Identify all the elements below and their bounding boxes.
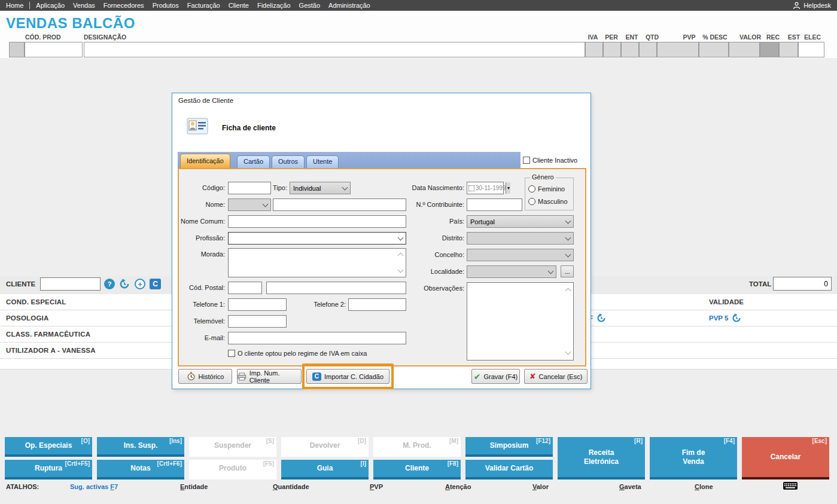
localidade-select[interactable] — [467, 265, 556, 278]
telemovel-input[interactable] — [228, 315, 287, 328]
clone-shortcut[interactable]: Clone — [695, 483, 713, 490]
ruptura-button[interactable]: [Crtl+F5] Ruptura — [5, 460, 92, 479]
concelho-label: Concelho: — [381, 251, 464, 258]
pvp-shortcut[interactable]: PVP — [370, 483, 383, 490]
cliente-button[interactable]: [F8] Cliente — [373, 460, 461, 479]
vendas-balcao-screen: Home Aplicação Vendas Fornecedores Produ… — [0, 0, 837, 504]
simposium-button[interactable]: [F12] Simposium — [465, 437, 553, 457]
tipo-label: Tipo: — [273, 184, 287, 191]
menu-fidelizacao[interactable]: Fidelização — [257, 2, 291, 9]
col-header-iva: IVA — [588, 33, 598, 41]
client-citizen-card-icon[interactable]: C — [150, 279, 161, 289]
client-history-icon[interactable] — [119, 279, 130, 292]
helpdesk-button[interactable]: Helpdesk — [793, 2, 831, 10]
historico-button[interactable]: Histórico — [178, 369, 232, 384]
pvp-ref-history-icon[interactable] — [596, 313, 606, 325]
iva-caixa-checkbox[interactable] — [228, 350, 235, 357]
scroll-down-icon[interactable] — [565, 349, 571, 355]
tab-utente[interactable]: Utente — [306, 155, 339, 168]
feminino-radio[interactable] — [528, 185, 535, 193]
scroll-up-icon[interactable] — [565, 288, 571, 294]
cliente-label: CLIENTE — [6, 280, 35, 288]
cliente-input[interactable] — [40, 277, 101, 291]
morada-textarea[interactable] — [228, 248, 406, 277]
est-cell — [779, 42, 798, 57]
col-header-rec: REC — [766, 33, 780, 41]
date-enable-checkbox[interactable] — [468, 185, 474, 191]
quantidade-shortcut[interactable]: Quantidade — [273, 483, 309, 490]
menu-home[interactable]: Home — [6, 2, 23, 9]
menu-administracao[interactable]: Administração — [328, 2, 370, 9]
client-add-icon[interactable]: + — [135, 279, 145, 289]
guia-button[interactable]: [I] Guia — [281, 460, 369, 479]
col-header-pvp: PVP — [683, 33, 695, 41]
shortcut-key: [M] — [449, 438, 458, 445]
op-especiais-button[interactable]: [O] Op. Especiais — [5, 437, 92, 457]
menu-vendas[interactable]: Vendas — [73, 2, 95, 9]
data-nascimento-field[interactable]: 30-11-1999 ▼ — [467, 182, 504, 194]
cod-prod-input[interactable] — [25, 42, 83, 57]
telefone1-input[interactable] — [228, 298, 287, 311]
email-input[interactable] — [228, 332, 406, 344]
menu-produtos[interactable]: Produtos — [153, 2, 179, 9]
contribuinte-input[interactable] — [467, 198, 522, 211]
date-dropdown-button[interactable]: ▼ — [506, 182, 510, 194]
nome-comum-input[interactable] — [228, 215, 406, 228]
entidade-shortcut[interactable]: Entidade — [180, 483, 208, 490]
cancelar-button[interactable]: [Esc] Cancelar — [742, 437, 829, 479]
button-label: Ins. Susp. — [124, 441, 158, 450]
notas-button[interactable]: [Crtl+F6] Notas — [97, 460, 184, 479]
atencao-shortcut[interactable]: Atenção — [445, 483, 471, 490]
codigo-input[interactable] — [228, 182, 271, 194]
pvp-cell — [657, 42, 699, 57]
profissao-select[interactable] — [228, 232, 406, 245]
pvp5-history-icon[interactable] — [732, 313, 741, 325]
menu-facturacao[interactable]: Facturação — [187, 2, 220, 9]
sug-activas-link[interactable]: Sug. activas F7 — [70, 483, 118, 490]
receita-eletronica-button[interactable]: [R] Receita Eletrónica — [558, 437, 645, 479]
menu-gestao[interactable]: Gestão — [299, 2, 320, 9]
observacoes-textarea[interactable] — [467, 282, 574, 361]
client-help-icon[interactable]: ? — [104, 279, 115, 289]
tipo-select[interactable]: Individual — [290, 182, 351, 194]
menu-aplicacao[interactable]: Aplicação — [36, 2, 65, 9]
nome-prefix-select[interactable] — [228, 198, 271, 211]
gravar-button[interactable]: ✔ Gravar (F4) — [471, 369, 520, 384]
keyboard-icon[interactable] — [783, 481, 798, 493]
observacoes-label: Observações: — [381, 285, 464, 292]
fim-de-venda-button[interactable]: [F4] Fim de Venda — [650, 437, 737, 479]
tab-identificacao[interactable]: Identificação — [180, 154, 230, 168]
imp-num-cliente-button[interactable]: Imp. Num. Cliente — [237, 369, 302, 384]
shortcut-key: [F8] — [448, 460, 458, 468]
distrito-label: Distrito: — [381, 234, 464, 242]
concelho-select[interactable] — [467, 249, 574, 261]
masculino-radio[interactable] — [528, 198, 535, 205]
masculino-label: Masculino — [538, 198, 568, 205]
gravar-label: Gravar (F4) — [483, 373, 518, 380]
ins-susp-button[interactable]: [Ins] Ins. Susp. — [97, 437, 184, 457]
button-label: Devolver — [310, 441, 340, 450]
importar-cc-button[interactable]: C Importar C. Cidadão — [306, 369, 389, 384]
profissao-label: Profissão: — [172, 234, 225, 242]
designacao-input[interactable] — [84, 42, 585, 57]
cod-postal-input1[interactable] — [228, 282, 262, 294]
dialog-cancelar-label: Cancelar (Esc) — [539, 373, 583, 380]
telefone2-input[interactable] — [348, 298, 406, 311]
tab-outros[interactable]: Outros — [272, 155, 305, 168]
validar-cartao-button[interactable]: Validar Cartão — [465, 460, 553, 479]
localidade-more-button[interactable]: ... — [561, 265, 574, 277]
menu-cliente[interactable]: Cliente — [229, 2, 249, 9]
shortcut-key: [F4] — [724, 438, 735, 445]
menu-fornecedores[interactable]: Fornecedores — [104, 2, 144, 9]
cliente-inactivo-checkbox[interactable] — [523, 157, 530, 164]
top-menu-bar: Home Aplicação Vendas Fornecedores Produ… — [0, 0, 837, 11]
pais-select[interactable]: Portugal — [467, 215, 574, 228]
citizen-card-icon: C — [312, 372, 321, 381]
total-input[interactable] — [773, 277, 832, 291]
valor-shortcut[interactable]: Valor — [532, 483, 549, 490]
shortcut-key: [F12] — [536, 438, 550, 445]
dialog-cancelar-button[interactable]: ✘ Cancelar (Esc) — [524, 369, 588, 384]
gaveta-shortcut[interactable]: Gaveta — [619, 483, 641, 490]
distrito-select[interactable] — [467, 232, 574, 245]
tab-cartao[interactable]: Cartão — [237, 155, 270, 168]
